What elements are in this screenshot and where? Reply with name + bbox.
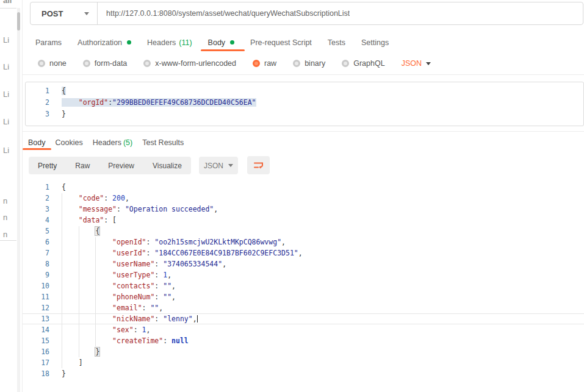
- text-cursor: [197, 315, 198, 323]
- tab-label: Tests: [328, 38, 345, 47]
- sidebar-item[interactable]: Li: [3, 62, 9, 71]
- code-text: {: [62, 226, 99, 237]
- code-text: "orgId":"299BBED0EFEF49C68736DCDED40C56E…: [62, 97, 256, 109]
- code-line[interactable]: 15 "createTime": null: [23, 335, 584, 346]
- body-mode-none[interactable]: none: [38, 59, 67, 68]
- code-line[interactable]: 17 ]: [23, 357, 584, 368]
- sidebar-item[interactable]: Li: [3, 146, 9, 155]
- view-mode-pretty[interactable]: Pretty: [29, 162, 66, 170]
- indent-guide: [79, 226, 79, 357]
- tab-pre-request-script[interactable]: Pre-request Script: [250, 38, 312, 47]
- request-body-editor[interactable]: 1{2 "orgId":"299BBED0EFEF49C68736DCDED40…: [25, 82, 584, 126]
- tab-label: Settings: [361, 38, 389, 47]
- line-number: 10: [23, 280, 49, 291]
- body-mode-form-data[interactable]: form-data: [83, 59, 128, 68]
- sidebar-item[interactable]: Li: [3, 117, 9, 126]
- tab-params[interactable]: Params: [35, 38, 62, 47]
- tab-label: Pre-request Script: [250, 38, 312, 47]
- code-text: "sex": 1,: [62, 324, 150, 335]
- view-mode-visualize[interactable]: Visualize: [143, 162, 191, 170]
- code-line[interactable]: 4 "data": [: [23, 215, 584, 226]
- code-text: "data": [: [62, 215, 117, 226]
- code-line[interactable]: 3 "message": "Operation succeeded",: [23, 204, 584, 215]
- code-line[interactable]: 6 "openId": "oo2h15smcjwU2KLktMKpCQ86wvw…: [23, 237, 584, 248]
- view-mode-raw[interactable]: Raw: [66, 162, 99, 170]
- body-mode-label: none: [49, 59, 67, 68]
- method-label: POST: [41, 9, 63, 18]
- code-line[interactable]: 7 "userId": "184CC067E0E84C91B7BF602C9EF…: [23, 248, 584, 258]
- tab-authorization[interactable]: Authorization: [78, 38, 131, 47]
- tab-label: Params: [35, 38, 62, 47]
- code-line[interactable]: 10 "contacts": "",: [23, 280, 584, 291]
- tab-count-badge: (11): [179, 38, 192, 47]
- sidebar-item[interactable]: Li: [3, 90, 9, 99]
- code-line[interactable]: 14 "sex": 1,: [23, 324, 584, 335]
- sidebar-divider: [0, 8, 16, 9]
- response-format-dropdown[interactable]: JSON: [199, 157, 238, 174]
- code-text: "message": "Operation succeeded",: [62, 204, 218, 215]
- code-line[interactable]: 2 "code": 200,: [23, 193, 584, 204]
- code-text: "nickName": "lenny",: [62, 314, 198, 324]
- line-number: 4: [23, 215, 49, 226]
- code-line[interactable]: 1{: [26, 85, 583, 97]
- method-dropdown[interactable]: POST: [31, 2, 98, 24]
- url-bar: POST http://127.0.0.1:8080/system/asset/…: [30, 2, 583, 25]
- code-text: "code": 200,: [62, 193, 129, 204]
- raw-language-dropdown[interactable]: JSON: [402, 59, 431, 68]
- code-line[interactable]: 18}: [23, 368, 584, 379]
- tab-settings[interactable]: Settings: [361, 38, 389, 47]
- green-dot-icon: [230, 40, 234, 45]
- code-line[interactable]: 12 "email": "",: [23, 302, 584, 313]
- response-format-label: JSON: [204, 162, 223, 170]
- body-mode-label: binary: [305, 59, 325, 68]
- body-mode-label: GraphQL: [353, 59, 384, 68]
- radio-icon: [342, 60, 349, 67]
- url-input[interactable]: http://127.0.0.1:8080/system/asset/wecha…: [98, 9, 350, 18]
- tab-label: Headers: [93, 138, 121, 147]
- sidebar-item[interactable]: n: [3, 213, 7, 222]
- tab-body[interactable]: Body: [208, 38, 235, 47]
- response-tab-cookies[interactable]: Cookies: [56, 138, 83, 147]
- sidebar-item[interactable]: n: [3, 196, 7, 205]
- body-mode-raw[interactable]: raw: [253, 59, 276, 68]
- tab-headers[interactable]: Headers(11): [147, 38, 192, 47]
- line-number: 3: [23, 204, 49, 215]
- sidebar-item[interactable]: all: [3, 0, 12, 5]
- response-body-viewer[interactable]: 1{2 "code": 200,3 "message": "Operation …: [23, 182, 584, 392]
- wrap-text-button[interactable]: [247, 156, 270, 174]
- wrap-text-icon: [253, 160, 264, 171]
- sidebar-item[interactable]: Li: [3, 35, 9, 45]
- tab-count-badge: (5): [123, 138, 132, 147]
- request-tabs: ParamsAuthorizationHeaders(11)BodyPre-re…: [23, 34, 389, 51]
- response-tab-body[interactable]: Body: [28, 138, 46, 147]
- body-mode-graphql[interactable]: GraphQL: [342, 59, 384, 68]
- code-text: }: [62, 368, 66, 379]
- body-mode-binary[interactable]: binary: [293, 59, 325, 68]
- code-line[interactable]: 9 "userType": 1,: [23, 269, 584, 280]
- line-number: 15: [23, 335, 49, 346]
- tab-label: Body: [208, 38, 226, 47]
- radio-icon: [253, 60, 260, 67]
- code-text: "createTime": null: [62, 335, 189, 346]
- response-tab-headers[interactable]: Headers(5): [93, 138, 133, 147]
- sidebar-item[interactable]: n: [3, 230, 7, 239]
- tab-tests[interactable]: Tests: [328, 38, 345, 47]
- raw-language-label: JSON: [402, 59, 422, 68]
- code-line[interactable]: 11 "phoneNum": "",: [23, 291, 584, 302]
- code-line[interactable]: 8 "userName": "374065334544",: [23, 258, 584, 269]
- chevron-down-icon: [84, 12, 89, 15]
- sidebar-scrollbar-track[interactable]: [17, 8, 20, 392]
- view-mode-preview[interactable]: Preview: [99, 162, 143, 170]
- code-line[interactable]: 5 {: [23, 226, 584, 237]
- code-line[interactable]: 16 }: [23, 346, 584, 357]
- body-mode-x-www-form-urlencoded[interactable]: x-www-form-urlencoded: [143, 59, 236, 68]
- radio-icon: [143, 60, 151, 67]
- code-line[interactable]: 13 "nickName": "lenny",: [23, 313, 584, 324]
- code-line[interactable]: 2 "orgId":"299BBED0EFEF49C68736DCDED40C5…: [26, 97, 583, 109]
- tab-label: Authorization: [78, 38, 122, 47]
- code-line[interactable]: 1{: [23, 182, 584, 193]
- code-text: "email": "",: [62, 302, 163, 313]
- sidebar-scrollbar-thumb[interactable]: [17, 12, 20, 30]
- response-tab-test-results[interactable]: Test Results: [142, 138, 184, 147]
- code-line[interactable]: 3}: [26, 109, 583, 120]
